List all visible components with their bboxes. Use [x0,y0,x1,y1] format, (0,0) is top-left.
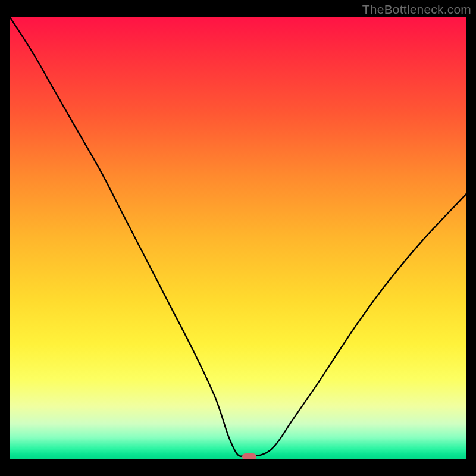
bottleneck-curve [10,17,466,456]
watermark-text: TheBottleneck.com [362,2,471,17]
plot-area [10,17,466,459]
chart-frame: TheBottleneck.com [0,0,476,476]
curve-svg [10,17,466,459]
optimal-marker [242,453,256,459]
